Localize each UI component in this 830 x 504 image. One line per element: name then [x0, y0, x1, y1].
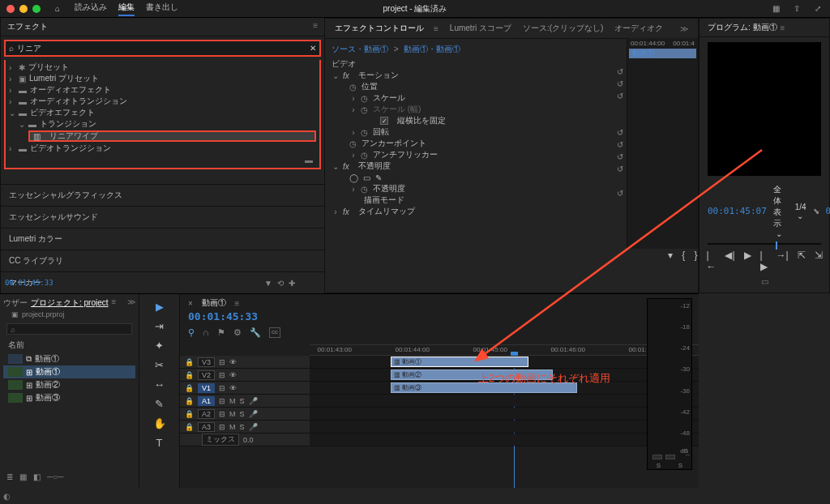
- link-cc-libraries[interactable]: CC ライブラリ: [1, 250, 324, 271]
- column-name[interactable]: 名前: [8, 340, 130, 351]
- stopwatch-icon[interactable]: ◷: [349, 139, 357, 148]
- prop-time-remap[interactable]: タイムリマップ: [358, 206, 415, 217]
- project-item[interactable]: ⧉動画①: [3, 352, 135, 365]
- go-in-icon[interactable]: |←: [706, 250, 716, 272]
- menu-import[interactable]: 読み込み: [75, 2, 107, 16]
- stopwatch-icon[interactable]: ◷: [349, 83, 357, 92]
- tree-video-tr[interactable]: ビデオトランジション: [30, 143, 111, 154]
- icon-view-icon[interactable]: ▦: [19, 472, 27, 481]
- toggle-sync-icon[interactable]: ⊟: [219, 371, 225, 379]
- track-v3[interactable]: V3: [198, 357, 215, 367]
- lock-icon[interactable]: 🔒: [185, 410, 194, 418]
- project-search[interactable]: ⌕: [6, 323, 132, 335]
- track-select-tool-icon[interactable]: ⇥: [155, 320, 164, 332]
- program-monitor[interactable]: [708, 42, 821, 176]
- solo-right[interactable]: S: [678, 462, 682, 469]
- chevron-down-icon[interactable]: ⌄: [332, 71, 340, 80]
- voice-icon[interactable]: 🎤: [249, 397, 258, 405]
- ec-source[interactable]: ソース・動画①: [332, 45, 388, 53]
- project-item[interactable]: ⊞動画②: [3, 378, 135, 391]
- mark-in-icon[interactable]: {: [682, 250, 685, 272]
- clip-v3[interactable]: ▥ 動画①: [391, 357, 528, 367]
- fx-toggle-icon[interactable]: ⟲: [277, 279, 284, 288]
- filter-icon[interactable]: ▼: [264, 279, 272, 288]
- timeline-ruler[interactable]: 00:01:43:00 00:01:44:00 00:01:45:00 00:0…: [310, 344, 699, 356]
- workspace-icon[interactable]: ▦: [770, 3, 781, 15]
- track-a2[interactable]: A2: [198, 409, 215, 419]
- program-tc-left[interactable]: 00:01:45:07: [708, 206, 767, 216]
- tab-audio[interactable]: オーディオク: [610, 21, 668, 36]
- tab-source[interactable]: ソース:(クリップなし): [518, 21, 608, 36]
- settings-icon[interactable]: ✚: [289, 279, 295, 288]
- zoom-icon[interactable]: [32, 5, 41, 13]
- link-lumetri-color[interactable]: Lumetri カラー: [1, 228, 324, 250]
- settings-icon[interactable]: ⚙: [233, 327, 242, 338]
- go-out-icon[interactable]: →|: [777, 250, 789, 272]
- zoom-slider[interactable]: ─○─: [47, 472, 63, 481]
- tree-presets[interactable]: プリセット: [28, 62, 69, 73]
- project-item[interactable]: ⊞動画①: [3, 365, 135, 378]
- chevron-right-icon[interactable]: ›: [332, 207, 340, 216]
- effects-search-input[interactable]: [17, 44, 306, 53]
- step-back-icon[interactable]: ◀|: [725, 250, 734, 272]
- marker-icon[interactable]: ⚑: [217, 327, 225, 338]
- track-a3[interactable]: A3: [198, 422, 215, 432]
- panel-menu-icon[interactable]: ≡: [313, 21, 318, 32]
- snap-icon[interactable]: ⚲: [188, 327, 195, 338]
- stopwatch-icon[interactable]: ◷: [361, 94, 368, 103]
- track-v1[interactable]: V1: [198, 383, 215, 393]
- type-tool-icon[interactable]: T: [156, 437, 163, 449]
- minimize-icon[interactable]: [19, 5, 28, 13]
- overflow-icon[interactable]: ≫: [127, 297, 135, 309]
- stopwatch-icon[interactable]: ◷: [361, 185, 368, 194]
- lock-icon[interactable]: 🔒: [185, 384, 194, 392]
- prop-opacity[interactable]: 不透明度: [358, 160, 391, 172]
- lock-icon[interactable]: 🔒: [185, 397, 194, 405]
- toggle-output-icon[interactable]: 👁: [229, 371, 237, 379]
- window-traffic-lights[interactable]: [6, 5, 41, 13]
- ec-clip[interactable]: 動画①・動画①: [404, 45, 460, 53]
- playhead-icon[interactable]: [776, 241, 777, 250]
- mask-pen-icon[interactable]: ✎: [375, 173, 382, 182]
- toggle-output-icon[interactable]: 👁: [229, 384, 237, 392]
- wrench-icon[interactable]: 🔧: [250, 327, 261, 338]
- reset-icon[interactable]: ↺: [617, 128, 623, 139]
- solo-left[interactable]: S: [657, 462, 661, 469]
- track-v2[interactable]: V2: [198, 370, 215, 380]
- tab-media-browser[interactable]: ウザー: [3, 297, 28, 309]
- effects-search-box[interactable]: ⌕ ✕: [4, 40, 321, 57]
- reset-icon[interactable]: ↺: [617, 189, 623, 200]
- timeline-timecode[interactable]: 00:01:45:33: [188, 310, 691, 322]
- linked-selection-icon[interactable]: ∩: [203, 327, 209, 338]
- link-essential-graphics[interactable]: エッセンシャルグラフィックス: [1, 184, 324, 206]
- link-essential-sound[interactable]: エッセンシャルサウンド: [1, 206, 324, 228]
- prop-motion[interactable]: モーション: [358, 70, 399, 81]
- reset-icon[interactable]: ↺: [617, 152, 623, 164]
- fit-select[interactable]: 全体表示 ⌄: [773, 184, 782, 238]
- home-icon[interactable]: ⌂: [52, 3, 63, 15]
- lock-icon[interactable]: 🔒: [185, 423, 194, 431]
- chevron-down-icon[interactable]: ⌄: [332, 162, 340, 171]
- scale-select[interactable]: 1/4 ⌄: [795, 203, 806, 220]
- new-bin-icon[interactable]: ▬: [305, 156, 313, 164]
- toggle-output-icon[interactable]: 👁: [229, 358, 237, 366]
- mask-ellipse-icon[interactable]: ◯: [349, 173, 358, 182]
- freeform-view-icon[interactable]: ◧: [33, 472, 41, 481]
- stopwatch-icon[interactable]: ◷: [361, 128, 368, 137]
- slip-tool-icon[interactable]: ↔: [154, 378, 165, 391]
- close-icon[interactable]: [6, 5, 15, 13]
- lock-aspect-checkbox[interactable]: ✓: [380, 117, 388, 125]
- tab-project[interactable]: プロジェクト: project: [31, 297, 109, 309]
- tab-effect-controls[interactable]: エフェクトコントロール: [330, 21, 429, 36]
- reset-icon[interactable]: ↺: [617, 164, 623, 176]
- reset-icon[interactable]: ↺: [617, 140, 623, 152]
- extract-icon[interactable]: ⇲: [815, 250, 823, 272]
- reset-icon[interactable]: ↺: [617, 67, 623, 79]
- lift-icon[interactable]: ⇱: [798, 250, 806, 272]
- program-scrubber[interactable]: [708, 243, 821, 245]
- ripple-tool-icon[interactable]: ✦: [155, 340, 164, 352]
- ec-timecode[interactable]: 00:01:45:33: [5, 279, 53, 287]
- tree-video-fx[interactable]: ビデオエフェクト: [30, 107, 95, 118]
- add-marker-icon[interactable]: ▾: [668, 250, 673, 272]
- panel-menu-icon[interactable]: ≡: [234, 299, 239, 308]
